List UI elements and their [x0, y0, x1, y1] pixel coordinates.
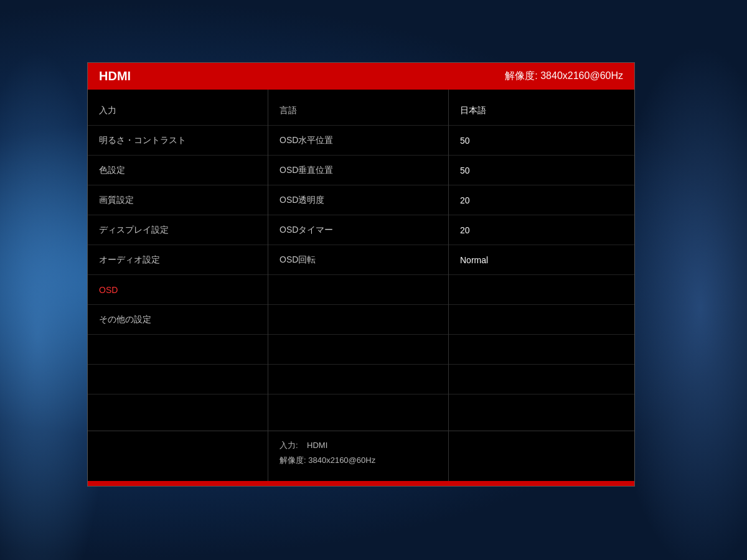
- menu-item-empty3: [88, 394, 268, 424]
- value-osd-v-pos: 50: [449, 156, 634, 185]
- value-empty2: [449, 305, 634, 335]
- footer-resolution-value: 3840x2160@60Hz: [308, 455, 375, 465]
- middle-menu: 言語 OSD水平位置 OSD垂直位置 OSD透明度 OSDタイマー OSD回転: [268, 90, 449, 431]
- value-osd-rotation: Normal: [449, 245, 634, 275]
- footer-right: [449, 431, 634, 481]
- menu-item-other[interactable]: その他の設定: [88, 305, 268, 335]
- menu-item-osd[interactable]: OSD: [88, 275, 268, 305]
- submenu-osd-v-pos[interactable]: OSD垂直位置: [268, 156, 448, 185]
- footer-resolution-label: 解像度:: [280, 455, 306, 465]
- footer-middle: 入力: HDMI 解像度: 3840x2160@60Hz: [268, 431, 449, 481]
- right-values: 日本語 50 50 20 20 Normal: [449, 90, 634, 431]
- osd-footer: 入力: HDMI 解像度: 3840x2160@60Hz: [88, 431, 634, 481]
- osd-bottom-bar: [88, 481, 634, 486]
- submenu-osd-timer[interactable]: OSDタイマー: [268, 215, 448, 245]
- menu-item-image[interactable]: 画質設定: [88, 185, 268, 215]
- osd-header: HDMI 解像度: 3840x2160@60Hz: [88, 63, 634, 90]
- osd-resolution: 解像度: 3840x2160@60Hz: [505, 70, 623, 83]
- osd-body: 入力 明るさ・コントラスト 色設定 画質設定 ディスプレイ設定 オーディオ設定 …: [88, 90, 634, 431]
- submenu-osd-rotation[interactable]: OSD回転: [268, 245, 448, 275]
- submenu-osd-transparency[interactable]: OSD透明度: [268, 185, 448, 215]
- menu-item-brightness[interactable]: 明るさ・コントラスト: [88, 126, 268, 156]
- footer-input-value: HDMI: [307, 441, 327, 450]
- submenu-language[interactable]: 言語: [268, 96, 448, 126]
- osd-title: HDMI: [99, 69, 131, 83]
- submenu-empty5: [268, 394, 448, 424]
- left-menu: 入力 明るさ・コントラスト 色設定 画質設定 ディスプレイ設定 オーディオ設定 …: [88, 90, 268, 431]
- footer-left: [88, 431, 268, 481]
- value-empty1: [449, 275, 634, 305]
- menu-item-input[interactable]: 入力: [88, 96, 268, 126]
- submenu-empty4: [268, 365, 448, 394]
- footer-input-line: 入力: HDMI: [280, 440, 437, 451]
- submenu-empty1: [268, 275, 448, 305]
- value-empty5: [449, 394, 634, 424]
- submenu-empty3: [268, 335, 448, 365]
- footer-resolution-line: 解像度: 3840x2160@60Hz: [280, 455, 437, 466]
- value-language: 日本語: [449, 96, 634, 126]
- submenu-osd-h-pos[interactable]: OSD水平位置: [268, 126, 448, 156]
- menu-item-display[interactable]: ディスプレイ設定: [88, 215, 268, 245]
- value-osd-h-pos: 50: [449, 126, 634, 156]
- osd-menu: HDMI 解像度: 3840x2160@60Hz 入力 明るさ・コントラスト 色…: [87, 62, 635, 487]
- footer-input-label: 入力:: [280, 441, 298, 450]
- menu-item-color[interactable]: 色設定: [88, 156, 268, 185]
- menu-item-empty2: [88, 365, 268, 394]
- menu-item-audio[interactable]: オーディオ設定: [88, 245, 268, 275]
- value-osd-timer: 20: [449, 215, 634, 245]
- menu-item-empty1: [88, 335, 268, 365]
- value-empty3: [449, 335, 634, 365]
- value-osd-transparency: 20: [449, 185, 634, 215]
- submenu-empty2: [268, 305, 448, 335]
- value-empty4: [449, 365, 634, 394]
